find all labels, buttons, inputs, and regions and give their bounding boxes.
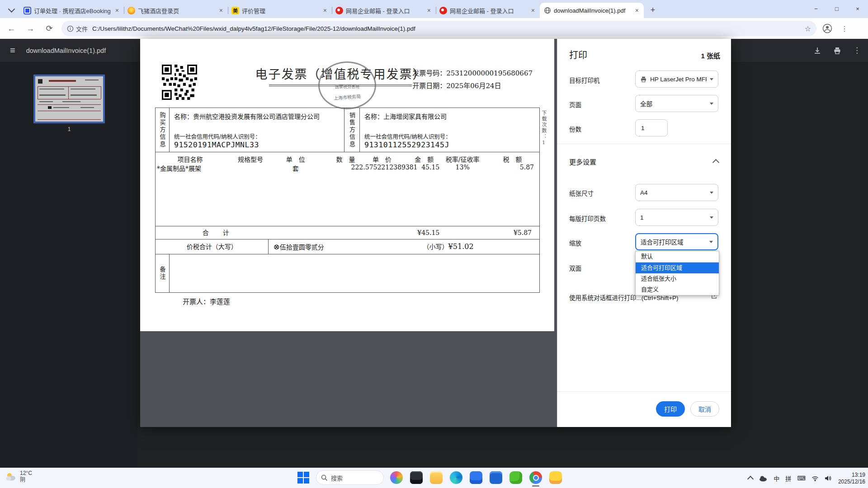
search-placeholder: 搜索 (331, 474, 343, 482)
tab-search-button[interactable] (5, 4, 17, 15)
mail-app-icon[interactable] (469, 470, 483, 485)
print-icon[interactable] (833, 47, 841, 55)
buyer-label: 购买方信息 (156, 108, 170, 152)
print-button[interactable]: 打印 (656, 401, 685, 417)
remark-row: 备注 (156, 254, 539, 292)
chrome-icon[interactable] (528, 470, 543, 485)
taskbar-clock[interactable]: 13:19 2025/12/16 (838, 472, 865, 485)
thumbnail-panel: 1 (0, 62, 137, 468)
volume-icon[interactable] (825, 475, 831, 481)
start-button[interactable] (296, 470, 311, 485)
sum-content: ⊗伍拾壹圆零贰分 （小写）¥51.02 (269, 239, 539, 254)
profile-avatar-icon[interactable] (821, 22, 834, 35)
netease-mail-favicon (439, 7, 447, 14)
ime-language-indicator[interactable]: 中 (774, 474, 779, 483)
reload-button[interactable]: ⟳ (42, 21, 57, 36)
wechat-icon[interactable] (509, 470, 523, 485)
collapse-chevron-icon[interactable] (712, 159, 720, 166)
browser-toolbar: ← → ⟳ 文件 C:/Users/lilithz/Documents/WeCh… (0, 18, 868, 39)
edge-browser-icon[interactable] (449, 470, 463, 485)
window-close-button[interactable]: × (847, 0, 868, 17)
new-tab-button[interactable]: + (646, 4, 659, 16)
address-bar[interactable]: 文件 C:/Users/lilithz/Documents/WeChat%20F… (61, 21, 816, 36)
download-icon[interactable] (813, 47, 821, 55)
tab-close-icon[interactable]: × (114, 7, 120, 14)
window-minimize-button[interactable]: − (806, 0, 826, 17)
weather-cloud-icon (5, 470, 17, 483)
tab-close-icon[interactable]: × (218, 7, 224, 14)
scale-option-fit-printable[interactable]: 适合可打印区域 (636, 263, 719, 273)
tab-strip: 订单处理 · 携程酒店eBooking × 飞猪酒店登录页 × 美 评价管理 ×… (0, 0, 868, 18)
print-preview-pane: 电子发票（增值税专用发票） 国家税务总局 上海市税务局 发票号码：2531200… (140, 39, 557, 427)
bookmark-star-icon[interactable]: ☆ (805, 24, 811, 33)
store-app-icon[interactable] (489, 470, 503, 485)
window-maximize-button[interactable]: □ (826, 0, 847, 17)
buyer-tax-id: 统一社会信用代码/纳税人识别号：91520191MACPJMNL33 (174, 132, 340, 149)
sum-words: 伍拾壹圆零贰分 (280, 244, 324, 251)
print-dialog: 电子发票（增值税专用发票） 国家税务总局 上海市税务局 发票号码：2531200… (140, 39, 731, 427)
back-button[interactable]: ← (4, 21, 19, 36)
terminal-app-icon[interactable] (409, 470, 424, 485)
info-icon (67, 25, 74, 32)
destination-select[interactable]: HP LaserJet Pro MFP M1 (635, 70, 718, 88)
pages-per-sheet-select[interactable]: 1 (635, 209, 718, 226)
taskbar-center: 搜索 (296, 470, 563, 485)
remark-content (170, 254, 539, 292)
url-text[interactable]: C:/Users/lilithz/Documents/WeChat%20File… (92, 25, 801, 32)
scale-option-default[interactable]: 默认 (636, 251, 719, 263)
paper-size-select[interactable]: A4 (635, 184, 718, 201)
invoice-table: 购买方信息 名称：贵州航空港投资发展有限公司酒店管理分公司 统一社会信用代码/纳… (155, 108, 540, 293)
seller-name: 名称：上海增闵家具有限公司 (364, 112, 536, 121)
tab-ctrip-ebooking[interactable]: 订单处理 · 携程酒店eBooking × (20, 3, 124, 18)
keyboard-icon[interactable]: ⌨ (797, 475, 806, 482)
tab-close-icon[interactable]: × (530, 7, 536, 14)
dropdown-caret-icon (710, 192, 713, 194)
browser-menu-button[interactable]: ⋮ (838, 22, 851, 35)
tray-expand-icon[interactable] (747, 476, 754, 482)
page-thumbnail[interactable] (33, 75, 105, 123)
scale-value: 适合可打印区域 (641, 237, 706, 246)
buyer-name: 名称：贵州航空港投资发展有限公司酒店管理分公司 (174, 112, 340, 121)
copies-input[interactable]: 1 (635, 119, 668, 136)
scale-option-fit-paper[interactable]: 适合纸张大小 (636, 273, 719, 284)
pdf-viewer: ≡ downloadMailInvoice(1).pdf ⋮ (0, 39, 868, 468)
meeting-app-icon[interactable] (389, 470, 404, 485)
tab-close-icon[interactable]: × (426, 7, 432, 14)
tab-fliggy-login[interactable]: 飞猪酒店登录页 × (124, 3, 228, 18)
taskbar-weather[interactable]: 12°C 阴 (5, 470, 32, 483)
more-settings-header[interactable]: 更多设置 (569, 157, 596, 166)
duplex-label: 双面 (569, 263, 581, 272)
tab-close-icon[interactable]: × (634, 7, 640, 14)
scale-select[interactable]: 适合可打印区域 (635, 233, 718, 250)
pdf-more-icon[interactable]: ⋮ (853, 46, 861, 55)
shopping-app-icon[interactable] (548, 470, 563, 485)
dropdown-caret-icon (710, 78, 713, 80)
total-label: 合 计 (156, 226, 276, 239)
tab-close-icon[interactable]: × (322, 7, 328, 14)
tab-review-management[interactable]: 美 评价管理 × (228, 3, 332, 18)
file-scheme-chip[interactable]: 文件 (67, 24, 92, 33)
item-amount: 45.15 (409, 164, 439, 173)
pdf-toolbar-actions: ⋮ (813, 39, 861, 62)
tab-netease-mail-2[interactable]: 网易企业邮箱 - 登录入口 × (436, 3, 540, 18)
item-unit: 套 (276, 164, 315, 173)
network-icon[interactable] (811, 475, 819, 481)
total-tax: ¥5.87 (486, 226, 532, 239)
tab-netease-mail-1[interactable]: 网易企业邮箱 - 登录入口 × (332, 3, 436, 18)
forward-button[interactable]: → (23, 21, 38, 36)
tab-title: downloadMailInvoice(1).pdf (554, 7, 631, 14)
file-explorer-icon[interactable] (429, 470, 443, 485)
ime-mode-indicator[interactable]: 拼 (785, 474, 791, 483)
scale-option-custom[interactable]: 自定义 (636, 284, 719, 295)
tab-title: 评价管理 (242, 6, 319, 15)
taskbar-search[interactable]: 搜索 (316, 470, 384, 485)
pages-select[interactable]: 全部 (635, 95, 718, 112)
dropdown-caret-icon (710, 103, 713, 105)
fliggy-favicon (127, 7, 135, 14)
destination-label: 目标打印机 (569, 75, 600, 84)
sidebar-toggle-icon[interactable]: ≡ (10, 45, 15, 56)
cancel-button[interactable]: 取消 (690, 401, 719, 417)
tab-pdf-active[interactable]: downloadMailInvoice(1).pdf × (540, 3, 644, 18)
destination-value: HP LaserJet Pro MFP M1 (650, 76, 707, 83)
cloud-sync-icon[interactable] (759, 475, 768, 482)
